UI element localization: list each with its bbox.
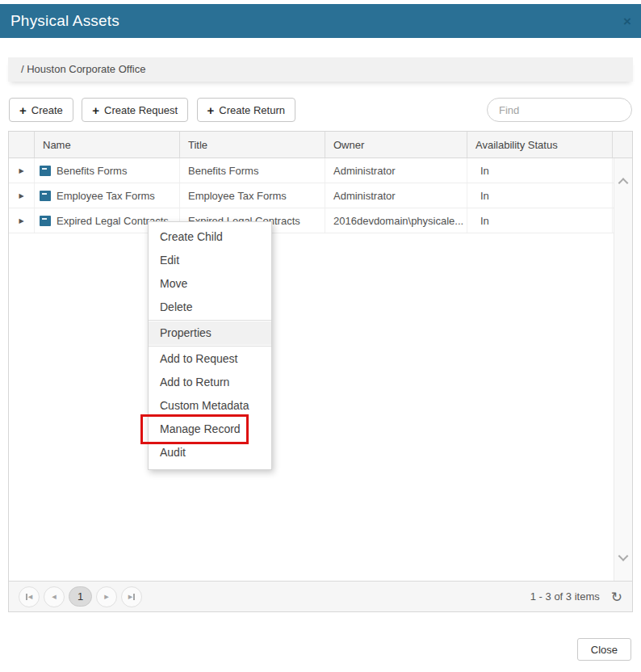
column-header-name[interactable]: Name <box>35 132 180 158</box>
scroll-up-icon[interactable] <box>618 178 629 188</box>
column-header-title[interactable]: Title <box>180 132 325 158</box>
row-expander-cell: ▶ <box>9 158 35 183</box>
create-request-button[interactable]: + Create Request <box>82 98 188 122</box>
name-cell: Employee Tax Forms <box>35 183 180 208</box>
status-cell: In <box>467 158 613 183</box>
owner-cell: 2016devdomain\physicale... <box>325 208 467 233</box>
next-page-button[interactable]: ▸ <box>96 586 117 607</box>
last-page-icon <box>133 594 135 600</box>
create-request-button-label: Create Request <box>104 104 178 116</box>
find-input[interactable] <box>487 98 632 122</box>
menu-item-manage-record[interactable]: Manage Record <box>149 418 271 441</box>
menu-item-add-to-request[interactable]: Add to Request <box>149 347 271 371</box>
header-expander-column <box>9 132 35 158</box>
column-header-availability-status[interactable]: Availability Status <box>467 132 613 158</box>
menu-item-edit[interactable]: Edit <box>149 249 271 272</box>
pager: ◂ ◂ 1 ▸ ▸ 1 - 3 of 3 items ↻ <box>9 581 632 611</box>
title-cell: Benefits Forms <box>180 158 325 183</box>
physical-assets-dialog: Physical Assets × / Houston Corporate Of… <box>0 0 641 672</box>
status-cell: In <box>467 208 613 233</box>
table-row-employee-tax-forms[interactable]: ▶ Employee Tax Forms Employee Tax Forms … <box>9 183 632 208</box>
plus-icon: + <box>92 103 99 117</box>
menu-item-audit[interactable]: Audit <box>149 441 271 464</box>
next-page-icon: ▸ <box>104 591 109 602</box>
asset-box-icon <box>40 216 51 226</box>
plus-icon: + <box>19 103 27 117</box>
owner-cell: Administrator <box>325 183 467 208</box>
expand-arrow-icon[interactable]: ▶ <box>19 217 23 225</box>
dialog-title: Physical Assets <box>0 12 119 30</box>
row-expander-cell: ▶ <box>9 208 35 233</box>
name-cell: Benefits Forms <box>35 158 180 183</box>
asset-name: Benefits Forms <box>57 165 127 177</box>
first-page-button[interactable]: ◂ <box>19 586 40 607</box>
create-return-button[interactable]: + Create Return <box>197 98 295 122</box>
plus-icon: + <box>207 103 215 117</box>
current-page-button[interactable]: 1 <box>69 586 92 607</box>
table-row-benefits-forms[interactable]: ▶ Benefits Forms Benefits Forms Administ… <box>9 158 632 183</box>
create-button[interactable]: + Create <box>9 98 73 122</box>
context-menu: Create Child Edit Move Delete Properties… <box>148 221 272 470</box>
menu-item-custom-metadata[interactable]: Custom Metadata <box>149 394 271 418</box>
previous-page-button[interactable]: ◂ <box>44 586 65 607</box>
title-cell: Employee Tax Forms <box>180 183 325 208</box>
close-button[interactable]: Close <box>577 638 631 661</box>
close-icon[interactable]: × <box>623 15 631 28</box>
menu-item-properties[interactable]: Properties <box>149 321 271 345</box>
dialog-titlebar: Physical Assets × <box>0 4 641 38</box>
pager-info: 1 - 3 of 3 items <box>530 590 600 603</box>
last-page-button[interactable]: ▸ <box>121 586 142 607</box>
scroll-down-icon[interactable] <box>618 551 629 561</box>
refresh-icon[interactable]: ↻ <box>611 589 622 605</box>
owner-cell: Administrator <box>325 158 467 183</box>
expand-arrow-icon[interactable]: ▶ <box>19 192 23 200</box>
menu-item-manage-record-label: Manage Record <box>160 422 241 435</box>
expand-arrow-icon[interactable]: ▶ <box>19 167 23 174</box>
breadcrumb[interactable]: / Houston Corporate Office <box>8 57 633 82</box>
menu-item-delete[interactable]: Delete <box>149 296 271 319</box>
status-cell: In <box>467 183 613 208</box>
column-header-owner[interactable]: Owner <box>325 132 467 158</box>
menu-separator <box>149 320 271 321</box>
menu-separator <box>149 346 271 346</box>
menu-item-move[interactable]: Move <box>149 272 271 296</box>
previous-page-icon: ◂ <box>52 591 57 602</box>
grid-header: Name Title Owner Availability Status <box>9 132 632 158</box>
vertical-scrollbar[interactable] <box>614 158 632 581</box>
assets-grid: Name Title Owner Availability Status ▶ B… <box>8 131 633 612</box>
toolbar: + Create + Create Request + Create Retur… <box>9 98 632 122</box>
asset-box-icon <box>40 166 51 176</box>
menu-item-create-child[interactable]: Create Child <box>149 225 271 249</box>
row-expander-cell: ▶ <box>9 183 35 208</box>
asset-name: Employee Tax Forms <box>57 190 155 202</box>
asset-box-icon <box>40 191 51 201</box>
table-row-expired-legal-contracts[interactable]: ▶ Expired Legal Contracts Expired Legal … <box>9 208 632 233</box>
create-return-button-label: Create Return <box>219 104 285 116</box>
menu-item-add-to-return[interactable]: Add to Return <box>149 371 271 394</box>
first-page-icon <box>26 594 27 600</box>
create-button-label: Create <box>31 104 63 116</box>
